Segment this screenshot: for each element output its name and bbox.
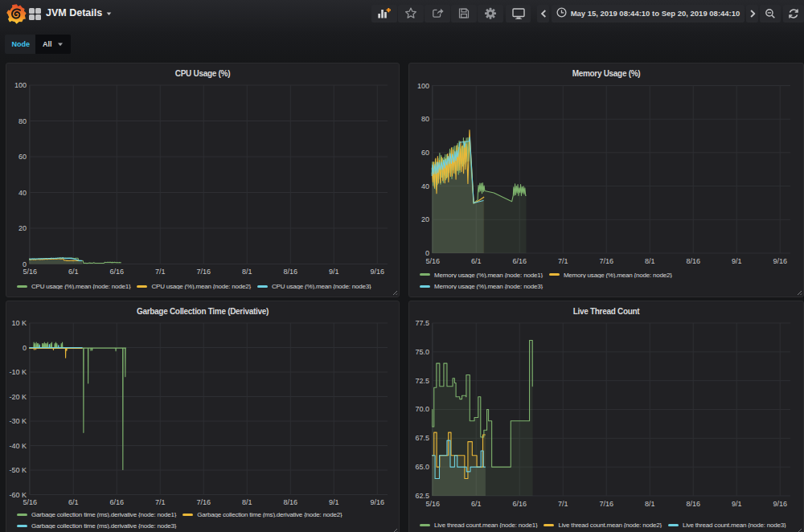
svg-text:6/1: 6/1	[68, 498, 79, 506]
svg-text:7/1: 7/1	[558, 500, 568, 508]
svg-text:9/16: 9/16	[773, 500, 787, 508]
svg-text:8/16: 8/16	[686, 257, 700, 265]
svg-text:100: 100	[417, 82, 429, 90]
svg-text:8/1: 8/1	[645, 257, 655, 265]
svg-text:5/16: 5/16	[23, 268, 37, 276]
svg-text:0: 0	[23, 260, 27, 268]
svg-text:62.5: 62.5	[415, 492, 429, 500]
svg-text:6/1: 6/1	[68, 268, 79, 276]
svg-text:7/1: 7/1	[155, 268, 166, 276]
svg-text:6/1: 6/1	[471, 257, 482, 265]
svg-text:7/16: 7/16	[599, 500, 613, 508]
svg-text:-40 K: -40 K	[9, 442, 27, 450]
svg-text:8/1: 8/1	[242, 498, 252, 506]
svg-text:72.5: 72.5	[415, 377, 429, 385]
svg-text:80: 80	[18, 117, 27, 125]
svg-text:-20 K: -20 K	[9, 393, 27, 401]
svg-text:0: 0	[23, 344, 27, 352]
svg-text:6/16: 6/16	[109, 498, 124, 506]
svg-text:40: 40	[18, 189, 27, 197]
svg-text:7/16: 7/16	[599, 257, 613, 265]
svg-text:-60 K: -60 K	[9, 491, 27, 499]
svg-text:5/16: 5/16	[23, 498, 37, 506]
svg-text:0: 0	[425, 249, 429, 257]
svg-text:9/1: 9/1	[329, 268, 339, 276]
svg-text:65.0: 65.0	[415, 463, 429, 471]
svg-text:10 K: 10 K	[11, 319, 27, 327]
svg-text:67.5: 67.5	[415, 434, 429, 442]
svg-text:5/16: 5/16	[425, 500, 440, 508]
svg-text:9/16: 9/16	[370, 268, 384, 276]
svg-text:5/16: 5/16	[425, 257, 440, 265]
svg-text:7/16: 7/16	[196, 498, 211, 506]
svg-text:9/1: 9/1	[329, 498, 339, 506]
svg-text:8/1: 8/1	[645, 500, 655, 508]
svg-text:100: 100	[14, 81, 27, 89]
svg-text:6/16: 6/16	[512, 500, 527, 508]
svg-text:9/1: 9/1	[732, 257, 742, 265]
svg-text:9/16: 9/16	[370, 498, 384, 506]
svg-text:20: 20	[421, 215, 429, 223]
svg-text:8/16: 8/16	[686, 500, 700, 508]
svg-text:70.0: 70.0	[415, 405, 429, 413]
svg-text:6/16: 6/16	[512, 257, 527, 265]
svg-text:40: 40	[421, 182, 429, 190]
svg-text:-10 K: -10 K	[9, 368, 27, 376]
svg-text:77.5: 77.5	[415, 319, 429, 327]
svg-text:60: 60	[18, 153, 27, 161]
svg-text:6/16: 6/16	[109, 268, 124, 276]
svg-text:9/1: 9/1	[732, 500, 742, 508]
svg-text:9/16: 9/16	[773, 257, 787, 265]
svg-text:8/16: 8/16	[283, 498, 297, 506]
svg-text:-50 K: -50 K	[9, 466, 27, 474]
svg-text:75.0: 75.0	[415, 348, 429, 356]
svg-text:60: 60	[421, 149, 429, 157]
svg-text:8/1: 8/1	[242, 268, 252, 276]
svg-text:8/16: 8/16	[283, 268, 297, 276]
svg-text:80: 80	[421, 115, 429, 123]
svg-text:6/1: 6/1	[471, 500, 482, 508]
svg-text:-30 K: -30 K	[9, 417, 27, 425]
svg-text:7/1: 7/1	[155, 498, 166, 506]
svg-text:20: 20	[18, 224, 27, 232]
svg-text:7/16: 7/16	[196, 268, 211, 276]
svg-text:7/1: 7/1	[558, 257, 568, 265]
